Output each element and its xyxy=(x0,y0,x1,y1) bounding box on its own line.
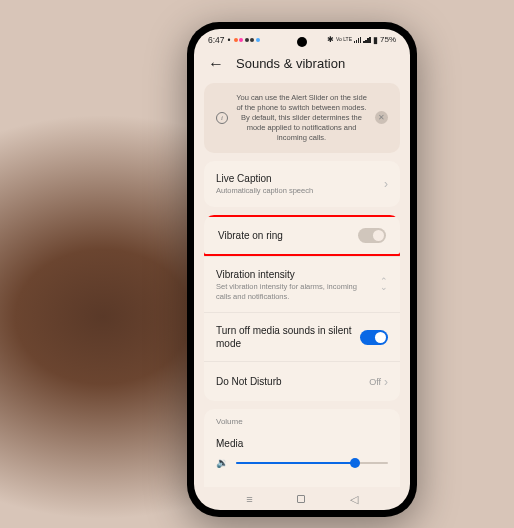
chevron-right-icon: › xyxy=(384,375,388,389)
info-banner: i You can use the Alert Slider on the si… xyxy=(204,83,400,154)
vibrate-on-ring-title: Vibrate on ring xyxy=(218,229,350,242)
do-not-disturb-row[interactable]: Do Not Disturb Off › xyxy=(204,361,400,401)
vibrate-on-ring-row[interactable]: Vibrate on ring xyxy=(204,215,400,256)
close-icon[interactable]: ✕ xyxy=(375,111,388,124)
info-text: You can use the Alert Slider on the side… xyxy=(236,93,367,144)
silent-media-toggle[interactable] xyxy=(360,330,388,345)
live-caption-title: Live Caption xyxy=(216,172,376,185)
status-app-dots xyxy=(234,38,260,42)
dnd-title: Do Not Disturb xyxy=(216,375,361,388)
live-caption-subtitle: Automatically caption speech xyxy=(216,186,376,196)
silent-media-row[interactable]: Turn off media sounds in silent mode xyxy=(204,312,400,361)
signal-icon xyxy=(354,36,362,43)
updown-icon: ⌃⌄ xyxy=(380,279,388,290)
phone-frame: 6:47 • ✱ Vo LTE ▮ xyxy=(187,22,417,517)
media-volume-title: Media xyxy=(216,438,388,449)
media-volume-row: Media 🔉 xyxy=(204,430,400,480)
volume-section-label: Volume xyxy=(204,409,400,430)
live-caption-row[interactable]: Live Caption Automatically caption speec… xyxy=(204,161,400,207)
camera-notch xyxy=(297,37,307,47)
vibrate-on-ring-toggle[interactable] xyxy=(358,228,386,243)
phone-screen: 6:47 • ✱ Vo LTE ▮ xyxy=(194,29,410,510)
page-title: Sounds & vibration xyxy=(236,56,345,71)
status-bullet-icon: • xyxy=(228,35,231,45)
nav-home-icon[interactable] xyxy=(297,495,305,503)
bluetooth-icon: ✱ xyxy=(327,35,334,44)
nav-recent-icon[interactable]: ≡ xyxy=(246,493,252,505)
speaker-icon: 🔉 xyxy=(216,457,228,468)
status-time: 6:47 xyxy=(208,35,225,45)
nav-back-icon[interactable]: ◁ xyxy=(350,493,358,506)
page-header: ← Sounds & vibration xyxy=(194,47,410,83)
info-icon: i xyxy=(216,112,228,124)
signal-icon-2 xyxy=(363,36,371,43)
navigation-bar: ≡ ◁ xyxy=(194,487,410,510)
chevron-right-icon: › xyxy=(384,177,388,191)
media-volume-slider[interactable] xyxy=(236,462,388,465)
vibration-intensity-subtitle: Set vibration intensity for alarms, inco… xyxy=(216,282,372,302)
vibration-intensity-row[interactable]: Vibration intensity Set vibration intens… xyxy=(204,256,400,313)
silent-media-title: Turn off media sounds in silent mode xyxy=(216,324,352,350)
dnd-value: Off xyxy=(369,377,381,387)
back-arrow-icon[interactable]: ← xyxy=(208,55,224,73)
battery-icon: ▮ xyxy=(373,35,378,45)
vibration-intensity-title: Vibration intensity xyxy=(216,268,372,281)
network-label: Vo LTE xyxy=(336,37,352,42)
battery-percent: 75% xyxy=(380,35,396,44)
